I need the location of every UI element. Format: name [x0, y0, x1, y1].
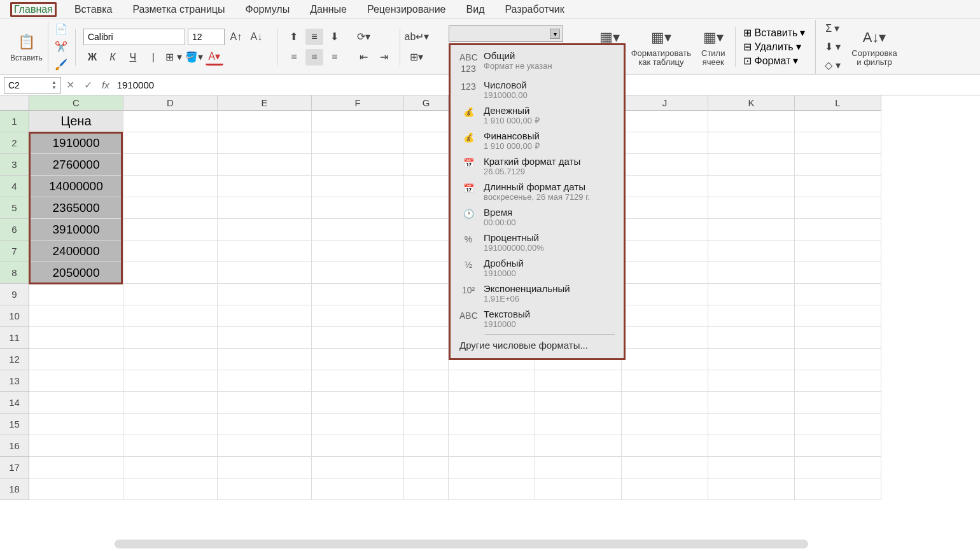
cell[interactable]: [708, 414, 795, 435]
spinner-icon[interactable]: ▲▼: [52, 80, 57, 90]
cell[interactable]: [708, 457, 795, 478]
cell[interactable]: [218, 132, 312, 154]
cell[interactable]: [708, 327, 795, 349]
cell[interactable]: [795, 478, 881, 500]
cell[interactable]: [622, 435, 708, 457]
cell[interactable]: [795, 241, 881, 262]
cell[interactable]: [29, 478, 123, 500]
tab-page-layout[interactable]: Разметка страницы: [130, 3, 227, 17]
cell[interactable]: [708, 219, 795, 241]
cell[interactable]: [535, 370, 622, 392]
cell[interactable]: [404, 111, 449, 132]
tab-home[interactable]: Главная: [10, 2, 57, 17]
cell[interactable]: [708, 111, 795, 132]
cell[interactable]: [708, 349, 795, 370]
clipboard-icon[interactable]: 📄: [52, 21, 70, 38]
scissors-icon[interactable]: ✂️: [52, 39, 70, 55]
cancel-formula-icon[interactable]: ✕: [61, 79, 79, 91]
tab-view[interactable]: Вид: [464, 3, 487, 17]
cell[interactable]: [708, 241, 795, 262]
cell[interactable]: [312, 176, 404, 197]
autosum-button[interactable]: Σ ▾: [823, 20, 841, 37]
cell[interactable]: [29, 370, 123, 392]
cell[interactable]: [535, 457, 622, 478]
cell[interactable]: [708, 370, 795, 392]
cell[interactable]: [622, 478, 708, 500]
cell[interactable]: [708, 154, 795, 176]
cell[interactable]: [123, 197, 218, 219]
cell[interactable]: [404, 414, 449, 435]
cell[interactable]: [218, 457, 312, 478]
align-top-icon[interactable]: ⬆: [285, 29, 303, 45]
tab-review[interactable]: Рецензирование: [365, 3, 449, 17]
cell[interactable]: [795, 176, 881, 197]
cell[interactable]: [404, 349, 449, 370]
cell[interactable]: [622, 241, 708, 262]
cell[interactable]: [708, 478, 795, 500]
cell[interactable]: [708, 197, 795, 219]
cell[interactable]: [708, 305, 795, 327]
cell[interactable]: [622, 176, 708, 197]
orientation-icon[interactable]: ⟳▾: [355, 29, 373, 45]
cell[interactable]: [29, 392, 123, 414]
cell[interactable]: [123, 176, 218, 197]
accept-formula-icon[interactable]: ✓: [79, 79, 97, 91]
increase-font-icon[interactable]: A↑: [227, 29, 245, 45]
cell[interactable]: [312, 327, 404, 349]
cell[interactable]: [708, 284, 795, 305]
number-format-dropdown[interactable]: ▾: [449, 25, 563, 42]
cell[interactable]: [218, 154, 312, 176]
cell[interactable]: [123, 457, 218, 478]
cell[interactable]: [312, 262, 404, 284]
cell[interactable]: [312, 414, 404, 435]
align-right-icon[interactable]: ≡: [326, 49, 344, 66]
cell[interactable]: [708, 262, 795, 284]
cell[interactable]: [622, 219, 708, 241]
merge-cells-icon[interactable]: ⊞▾: [408, 49, 426, 66]
font-size-selector[interactable]: [188, 29, 225, 45]
row-header[interactable]: 1: [0, 111, 29, 132]
cell[interactable]: [404, 176, 449, 197]
cell[interactable]: [29, 284, 123, 305]
cell[interactable]: [312, 284, 404, 305]
cell[interactable]: [795, 305, 881, 327]
cell[interactable]: [218, 414, 312, 435]
cell[interactable]: [312, 435, 404, 457]
cell[interactable]: Цена: [29, 111, 123, 132]
align-left-icon[interactable]: ≡: [285, 49, 303, 66]
format-option[interactable]: 123 Числовой 1910000,00: [451, 77, 624, 102]
cell[interactable]: [123, 132, 218, 154]
column-header[interactable]: J: [622, 95, 708, 111]
row-header[interactable]: 15: [0, 414, 29, 435]
cell[interactable]: [535, 435, 622, 457]
select-all-corner[interactable]: [0, 95, 29, 111]
increase-indent-icon[interactable]: ⇥: [375, 49, 393, 66]
decrease-indent-icon[interactable]: ⇤: [355, 49, 373, 66]
fill-color-button[interactable]: 🪣▾: [185, 49, 203, 66]
format-painter-icon[interactable]: 🖌️: [52, 57, 70, 73]
cell[interactable]: [123, 305, 218, 327]
decrease-font-icon[interactable]: A↓: [248, 29, 265, 45]
cell[interactable]: [123, 370, 218, 392]
cell[interactable]: [312, 478, 404, 500]
cell[interactable]: [312, 392, 404, 414]
cell[interactable]: 2400000: [29, 241, 123, 262]
cell[interactable]: [312, 219, 404, 241]
fill-button[interactable]: ⬇ ▾: [823, 39, 841, 55]
cell[interactable]: [404, 392, 449, 414]
cell[interactable]: [404, 435, 449, 457]
format-option[interactable]: ½ Дробный 1910000: [451, 255, 624, 281]
row-header[interactable]: 2: [0, 132, 29, 154]
cell[interactable]: [312, 132, 404, 154]
cell[interactable]: [404, 262, 449, 284]
align-bottom-icon[interactable]: ⬇: [326, 29, 344, 45]
cell[interactable]: [535, 414, 622, 435]
cell[interactable]: [218, 219, 312, 241]
cell[interactable]: [218, 262, 312, 284]
format-option[interactable]: 10² Экспоненциальный 1,91E+06: [451, 281, 624, 306]
cell[interactable]: [404, 305, 449, 327]
cell[interactable]: [795, 197, 881, 219]
cell[interactable]: [29, 414, 123, 435]
cell[interactable]: [795, 284, 881, 305]
format-option[interactable]: % Процентный 191000000,00%: [451, 230, 624, 255]
